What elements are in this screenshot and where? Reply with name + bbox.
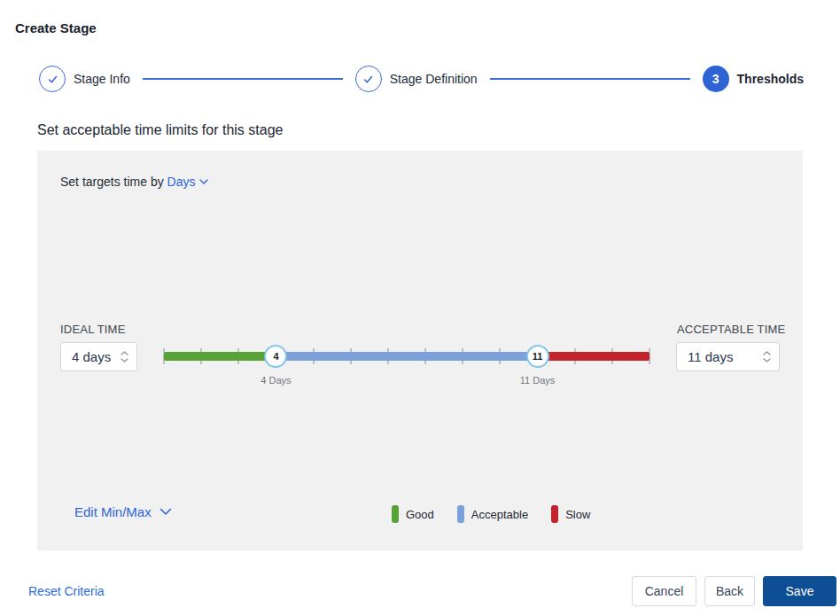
threshold-slider[interactable]: 4 11 4 Days 11 Days xyxy=(164,338,649,391)
set-targets-row: Set targets time by Days xyxy=(60,175,208,189)
section-heading: Set acceptable time limits for this stag… xyxy=(37,122,283,138)
chevron-down-icon xyxy=(159,508,172,516)
chevron-up-icon xyxy=(763,351,771,355)
step-stage-definition[interactable]: Stage Definition xyxy=(355,66,478,92)
step-complete-icon xyxy=(39,66,66,92)
step-stage-info[interactable]: Stage Info xyxy=(39,66,130,92)
slider-segment-acceptable[interactable] xyxy=(276,352,537,361)
save-button[interactable]: Save xyxy=(763,576,836,606)
slider-handle-min-label: 4 Days xyxy=(261,375,291,386)
chevron-down-icon xyxy=(763,358,771,363)
chevron-up-icon xyxy=(121,351,128,355)
step-thresholds[interactable]: 3 Thresholds xyxy=(703,66,804,92)
stepper-connector xyxy=(143,78,343,80)
legend-label: Slow xyxy=(565,508,590,521)
slider-segment-slow[interactable] xyxy=(538,352,649,361)
wizard-stepper: Stage Info Stage Definition 3 Thresholds xyxy=(39,66,804,92)
legend-item-slow: Slow xyxy=(551,505,590,523)
ideal-time-label: IDEAL TIME xyxy=(60,323,126,336)
slider-legend: Good Acceptable Slow xyxy=(392,505,590,523)
set-targets-label: Set targets time by xyxy=(60,175,164,189)
page-title: Create Stage xyxy=(15,20,97,35)
ideal-time-input[interactable]: 4 days xyxy=(60,342,137,371)
acceptable-time-value: 11 days xyxy=(688,349,733,364)
slider-handle-max-label: 11 Days xyxy=(520,375,556,386)
targets-unit-value: Days xyxy=(167,175,196,189)
slider-handle-min[interactable]: 4 xyxy=(264,345,287,368)
step-label: Thresholds xyxy=(737,72,804,86)
step-number-badge: 3 xyxy=(703,66,729,92)
stepper-arrows[interactable] xyxy=(763,351,771,363)
create-stage-page: Create Stage Stage Info Stage Definition… xyxy=(0,0,840,616)
slider-handle-max[interactable]: 11 xyxy=(526,345,549,368)
stepper-arrows[interactable] xyxy=(121,351,128,363)
thresholds-panel: Set targets time by Days IDEAL TIME 4 da… xyxy=(37,151,803,550)
legend-label: Good xyxy=(406,508,434,521)
back-button[interactable]: Back xyxy=(704,576,755,606)
reset-criteria-link[interactable]: Reset Criteria xyxy=(28,584,105,598)
slider-segment-good[interactable] xyxy=(164,352,276,361)
good-swatch xyxy=(392,505,399,523)
acceptable-time-input[interactable]: 11 days xyxy=(676,342,780,371)
step-label: Stage Definition xyxy=(390,72,478,86)
cancel-button[interactable]: Cancel xyxy=(632,576,696,606)
footer-buttons: Cancel Back Save xyxy=(632,576,836,606)
step-complete-icon xyxy=(355,66,382,92)
legend-item-good: Good xyxy=(392,505,434,523)
ideal-time-value: 4 days xyxy=(72,349,111,364)
targets-unit-dropdown[interactable]: Days xyxy=(167,175,208,189)
legend-label: Acceptable xyxy=(471,508,528,521)
acceptable-swatch xyxy=(457,505,464,523)
legend-item-acceptable: Acceptable xyxy=(457,505,528,523)
acceptable-time-label: ACCEPTABLE TIME xyxy=(677,323,785,336)
step-label: Stage Info xyxy=(74,72,130,86)
edit-minmax-link[interactable]: Edit Min/Max xyxy=(74,504,172,519)
chevron-down-icon xyxy=(121,358,128,363)
chevron-down-icon xyxy=(199,179,208,184)
slow-swatch xyxy=(551,505,558,523)
edit-minmax-label: Edit Min/Max xyxy=(74,504,152,519)
stepper-connector xyxy=(490,78,690,80)
